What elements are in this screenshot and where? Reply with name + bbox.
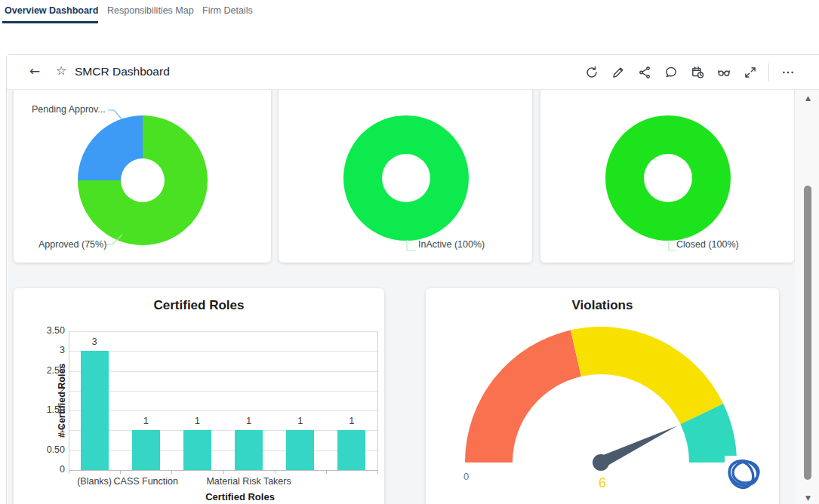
y-gridline	[69, 450, 377, 451]
report-tab-bar: Overview Dashboard Responsibilities Map …	[0, 0, 819, 23]
donut-hole	[382, 154, 430, 202]
dashboard-content: Pending Approv... Approved (75%) InActiv…	[8, 90, 819, 504]
gauge-needle-knob	[593, 454, 609, 471]
tab-firm-details[interactable]: Firm Details	[202, 5, 253, 16]
y-tick-label: 1.50	[32, 404, 65, 415]
bar-0[interactable]	[81, 351, 109, 470]
bar-value-label: 3	[81, 336, 109, 347]
more-options-icon[interactable]	[781, 66, 795, 79]
back-button[interactable]: ←	[29, 63, 40, 78]
bar-4[interactable]	[286, 430, 314, 470]
x-tick-mark	[171, 470, 172, 474]
donut-callout-inactive: InActive (100%)	[418, 239, 485, 250]
card-closed-status: Closed (100%)	[540, 90, 794, 263]
donut-callout-pending: Pending Approv...	[32, 104, 106, 115]
bar-3[interactable]	[235, 430, 263, 470]
y-tick-label: 2	[32, 385, 65, 395]
y-gridline	[69, 331, 377, 332]
gauge-range-0	[465, 330, 581, 463]
donut-hole	[121, 158, 165, 202]
scroll-down-arrow[interactable]: ▼	[805, 494, 811, 502]
scrollbar-gutter: ▲ ▼	[795, 90, 819, 504]
y-gridline	[69, 391, 377, 392]
bar-2[interactable]	[183, 430, 211, 470]
page-title: SMCR Dashboard	[75, 65, 170, 78]
bar-chart[interactable]: 3.5032.5021.5010.500311111(Blanks)CASS F…	[14, 288, 384, 504]
x-tick-mark	[377, 470, 378, 474]
reading-view-glasses-icon[interactable]	[717, 66, 731, 79]
x-axis-title: Certified Roles	[165, 491, 316, 502]
plot-right-border	[377, 331, 378, 470]
y-gridline	[69, 371, 377, 372]
refresh-icon[interactable]	[585, 66, 599, 79]
x-category-label: Material Risk Takers	[192, 476, 306, 487]
donut-callout-approved: Approved (75%)	[38, 239, 106, 250]
bar-value-label: 1	[286, 415, 314, 426]
card-inactive-status: InActive (100%)	[279, 90, 532, 263]
bar-value-label: 1	[337, 415, 365, 426]
gauge-chart[interactable]	[426, 288, 779, 504]
edit-pencil-icon[interactable]	[611, 66, 625, 79]
card-certified-roles: Certified Roles # Certified Roles 3.5032…	[14, 288, 384, 504]
y-gridline	[69, 410, 377, 411]
x-tick-mark	[223, 470, 224, 474]
dashboard-panel: ← ☆ SMCR Dashboard Pend	[6, 54, 819, 504]
donut-callout-closed: Closed (100%)	[676, 239, 739, 250]
card-violations: Violations 0 6	[426, 288, 779, 504]
gauge-range-1	[571, 327, 723, 424]
callout-line	[405, 239, 417, 253]
active-tab-underline	[2, 21, 98, 23]
tab-overview-dashboard[interactable]: Overview Dashboard	[5, 5, 98, 16]
dashboard-header: ← ☆ SMCR Dashboard	[7, 55, 819, 90]
schedule-export-icon[interactable]	[691, 66, 704, 79]
y-tick-label: 2.50	[32, 365, 65, 376]
x-tick-mark	[275, 470, 276, 474]
bar-5[interactable]	[337, 430, 365, 470]
x-tick-mark	[326, 470, 327, 474]
toolbar-divider	[768, 63, 769, 81]
y-tick-label: 3	[32, 345, 65, 355]
y-tick-label: 1	[32, 424, 65, 435]
donut-hole	[644, 154, 692, 202]
tab-responsibilities-map[interactable]: Responsibilities Map	[107, 5, 194, 16]
x-tick-mark	[69, 470, 69, 474]
comment-icon[interactable]	[664, 66, 678, 79]
favorite-star-icon[interactable]: ☆	[56, 63, 66, 78]
gauge-value-label: 6	[572, 475, 633, 491]
bar-value-label: 1	[183, 415, 211, 426]
y-tick-label: 3.50	[32, 325, 65, 336]
scrollbar-thumb[interactable]	[804, 186, 811, 480]
share-icon[interactable]	[638, 66, 651, 79]
y-tick-label: 0.50	[32, 444, 65, 455]
gauge-min-label: 0	[463, 471, 469, 482]
gauge-needle-pointer[interactable]	[599, 426, 677, 468]
x-category-label: CASS Function	[89, 476, 202, 487]
x-tick-mark	[120, 470, 121, 474]
scroll-up-arrow[interactable]: ▲	[805, 94, 811, 102]
y-tick-label: 0	[32, 464, 65, 475]
fullscreen-icon[interactable]	[744, 66, 757, 79]
bar-value-label: 1	[132, 415, 160, 426]
y-gridline	[69, 430, 377, 431]
bar-1[interactable]	[132, 430, 160, 470]
bar-value-label: 1	[235, 415, 263, 426]
y-axis-line	[69, 331, 69, 470]
card-approval-status: Pending Approv... Approved (75%)	[14, 90, 271, 263]
y-gridline	[69, 351, 377, 352]
callout-line	[106, 232, 125, 247]
